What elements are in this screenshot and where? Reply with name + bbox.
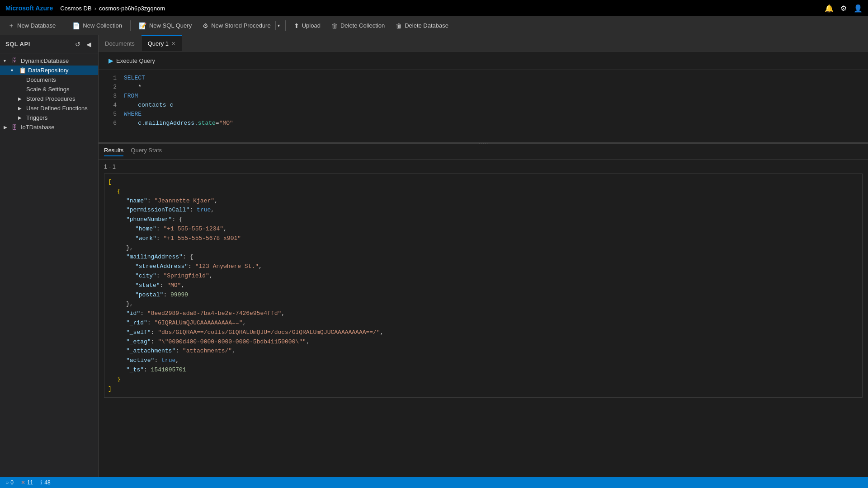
new-sql-query-button[interactable]: 📝 New SQL Query bbox=[134, 20, 196, 32]
status-circle: ○ 0 bbox=[5, 479, 14, 486]
new-stored-procedure-dropdown[interactable]: ▾ bbox=[275, 21, 282, 30]
brand-label: Microsoft Azure bbox=[5, 5, 53, 12]
breadcrumb: Cosmos DB › cosmos-pb6h6p3zgqnom bbox=[60, 5, 165, 12]
arrow-icon: ▾ bbox=[11, 68, 17, 73]
sidebar-item-scale-settings[interactable]: Scale & Settings bbox=[0, 84, 98, 94]
editor-line-2: 2 * bbox=[99, 83, 868, 92]
info-count: 48 bbox=[44, 479, 50, 486]
circle-count: 0 bbox=[10, 479, 14, 486]
results-count: 1 - 1 bbox=[99, 160, 868, 174]
arrow-icon: ▶ bbox=[18, 96, 24, 101]
status-bar: ○ 0 ✕ 11 ℹ 48 bbox=[0, 477, 868, 488]
tree-label: Documents bbox=[26, 76, 56, 83]
results-tabs: Results Query Stats bbox=[99, 144, 868, 160]
arrow-icon: ▾ bbox=[4, 58, 10, 63]
new-collection-icon: 📄 bbox=[72, 22, 80, 29]
new-collection-button[interactable]: 📄 New Collection bbox=[68, 20, 127, 32]
content-tabs: Documents Query 1 ✕ bbox=[99, 35, 868, 52]
results-area: Results Query Stats 1 - 1 [ { "name": "J… bbox=[99, 144, 868, 477]
sidebar-title: SQL API bbox=[5, 41, 30, 47]
breadcrumb-resource: cosmos-pb6h6p3zgqnom bbox=[99, 5, 165, 12]
code-editor[interactable]: 1 SELECT 2 * 3 FROM 4 contacts c 5 WHERE… bbox=[99, 70, 868, 142]
tab-query1-label: Query 1 bbox=[148, 40, 169, 47]
tab-close-icon[interactable]: ✕ bbox=[171, 41, 175, 47]
database-icon: 🗄 bbox=[12, 57, 19, 64]
top-bar: Microsoft Azure Cosmos DB › cosmos-pb6h6… bbox=[0, 0, 868, 16]
new-database-icon: ＋ bbox=[8, 22, 14, 30]
new-stored-procedure-button[interactable]: ⚙ New Stored Procedure bbox=[198, 20, 275, 32]
top-bar-actions: 🔔 ⚙ 👤 bbox=[825, 4, 863, 13]
sidebar-item-iot-database[interactable]: ▶ 🗄 IoTDatabase bbox=[0, 122, 98, 132]
status-errors: ✕ 11 bbox=[21, 479, 33, 486]
editor-line-4: 4 contacts c bbox=[99, 101, 868, 110]
toolbar: ＋ New Database 📄 New Collection 📝 New SQ… bbox=[0, 16, 868, 35]
arrow-icon: ▶ bbox=[18, 115, 24, 120]
info-icon: ℹ bbox=[40, 479, 42, 486]
error-icon: ✕ bbox=[21, 479, 25, 486]
toolbar-separator-2 bbox=[130, 20, 131, 31]
tree-label: Stored Procedures bbox=[26, 95, 75, 102]
editor-line-3: 3 FROM bbox=[99, 92, 868, 101]
editor-line-1: 1 SELECT bbox=[99, 74, 868, 83]
notifications-icon[interactable]: 🔔 bbox=[825, 4, 834, 13]
content-area: Documents Query 1 ✕ ▶ Execute Query 1 SE… bbox=[99, 35, 868, 477]
stored-proc-icon: ⚙ bbox=[203, 22, 208, 29]
sidebar-header: SQL API ↺ ◀ bbox=[0, 35, 98, 53]
database-icon-2: 🗄 bbox=[12, 124, 19, 131]
sidebar-item-udfs[interactable]: ▶ User Defined Functions bbox=[0, 103, 98, 113]
arrow-icon: ▶ bbox=[18, 106, 24, 111]
sidebar-item-data-repository[interactable]: ▾ 📋 DataRepository bbox=[0, 66, 98, 75]
error-count: 11 bbox=[27, 479, 33, 486]
circle-icon: ○ bbox=[5, 479, 9, 486]
tree-label: Triggers bbox=[26, 114, 47, 121]
breadcrumb-cosmos-db[interactable]: Cosmos DB bbox=[60, 5, 91, 12]
toolbar-separator-1 bbox=[64, 20, 64, 31]
toolbar-separator-3 bbox=[285, 20, 286, 31]
json-result: [ { "name": "Jeannette Kjaer", "permissi… bbox=[104, 174, 863, 398]
sidebar-tree: ▾ 🗄 DynamicDatabase ▾ 📋 DataRepository D… bbox=[0, 53, 98, 477]
execute-query-button[interactable]: ▶ Execute Query bbox=[104, 55, 160, 66]
upload-button[interactable]: ⬆ Upload bbox=[289, 20, 325, 32]
new-stored-procedure-group: ⚙ New Stored Procedure ▾ bbox=[198, 20, 282, 32]
delete-collection-icon: 🗑 bbox=[331, 22, 338, 29]
delete-database-button[interactable]: 🗑 Delete Database bbox=[391, 20, 453, 32]
collection-icon: 📋 bbox=[19, 67, 26, 74]
status-info: ℹ 48 bbox=[40, 479, 50, 486]
execute-label: Execute Query bbox=[116, 57, 155, 64]
delete-database-icon: 🗑 bbox=[396, 22, 402, 29]
settings-icon[interactable]: ⚙ bbox=[839, 4, 848, 13]
refresh-icon[interactable]: ↺ bbox=[74, 41, 82, 48]
sidebar-item-documents[interactable]: Documents bbox=[0, 75, 98, 84]
tree-label: DataRepository bbox=[28, 67, 69, 74]
tab-query1[interactable]: Query 1 ✕ bbox=[142, 35, 182, 51]
tab-documents[interactable]: Documents bbox=[99, 35, 142, 51]
arrow-icon: ▶ bbox=[4, 125, 10, 130]
sidebar-item-dynamic-database[interactable]: ▾ 🗄 DynamicDatabase bbox=[0, 56, 98, 66]
tree-label: IoTDatabase bbox=[21, 124, 54, 131]
sql-query-icon: 📝 bbox=[139, 22, 146, 29]
sidebar-item-triggers[interactable]: ▶ Triggers bbox=[0, 113, 98, 122]
editor-line-5: 5 WHERE bbox=[99, 110, 868, 119]
collapse-icon[interactable]: ◀ bbox=[85, 41, 93, 48]
tree-label: User Defined Functions bbox=[26, 105, 88, 112]
sidebar: SQL API ↺ ◀ ▾ 🗄 DynamicDatabase ▾ 📋 Data… bbox=[0, 35, 99, 477]
results-tab-query-stats[interactable]: Query Stats bbox=[131, 147, 162, 156]
sidebar-item-stored-procedures[interactable]: ▶ Stored Procedures bbox=[0, 94, 98, 103]
sidebar-header-icons: ↺ ◀ bbox=[74, 41, 93, 48]
tab-documents-label: Documents bbox=[105, 40, 135, 47]
query-toolbar: ▶ Execute Query bbox=[99, 52, 868, 70]
results-tab-results[interactable]: Results bbox=[104, 147, 123, 156]
breadcrumb-sep: › bbox=[94, 5, 96, 12]
upload-icon: ⬆ bbox=[294, 22, 299, 29]
new-database-button[interactable]: ＋ New Database bbox=[4, 19, 60, 32]
play-icon: ▶ bbox=[108, 57, 113, 64]
tree-label: DynamicDatabase bbox=[21, 57, 69, 64]
account-icon[interactable]: 👤 bbox=[854, 4, 863, 13]
editor-line-6: 6 c.mailingAddress.state = "MO" bbox=[99, 119, 868, 128]
tree-label: Scale & Settings bbox=[26, 86, 69, 93]
delete-collection-button[interactable]: 🗑 Delete Collection bbox=[327, 20, 389, 32]
main-area: SQL API ↺ ◀ ▾ 🗄 DynamicDatabase ▾ 📋 Data… bbox=[0, 35, 868, 477]
